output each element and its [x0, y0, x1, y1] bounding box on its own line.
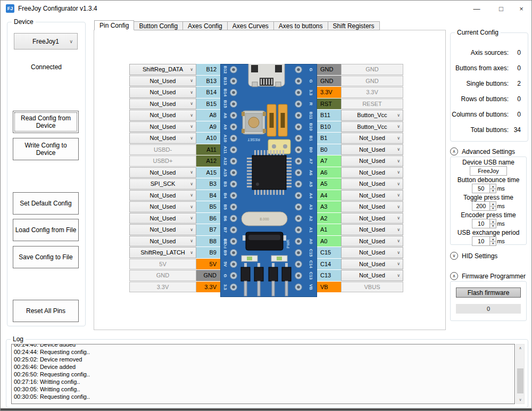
pin-function-select-A3[interactable]: Not_Used∨ [341, 201, 403, 212]
spin-up-icon[interactable]: ▲ [489, 201, 496, 207]
spin-down-icon[interactable]: ▼ [489, 207, 496, 211]
read-config-from-device-button[interactable]: Read Config from Device [13, 111, 79, 133]
pin-function-select-C14[interactable]: Not_Used∨ [341, 259, 403, 270]
pin-function-select-A10[interactable]: Not_Used∨ [129, 133, 196, 144]
tab-axes-to-buttons[interactable]: Axes to buttons [273, 21, 328, 30]
pin-function-select-B14[interactable]: Not_Used∨ [129, 87, 196, 98]
pin-row-B11: B11Button_Vcc∨ [317, 110, 403, 121]
pin-label-B1: B1 [317, 133, 341, 144]
spin-up-icon[interactable]: ▲ [489, 184, 496, 189]
maximize-button[interactable]: □ [492, 1, 510, 17]
spin-up-icon[interactable]: ▲ [489, 219, 496, 224]
minimize-button[interactable]: — [468, 1, 486, 17]
pin-row-B10: B10Button_Vcc∨ [317, 121, 403, 133]
config-value: 34 [513, 126, 521, 134]
tab-axes-config[interactable]: Axes Config [182, 21, 228, 30]
pin-function-select-A0[interactable]: Not_Used∨ [341, 236, 403, 247]
unit-label: ms [497, 220, 505, 227]
pin-function-select-B12[interactable]: ShiftReg_DATA∨ [129, 64, 196, 75]
pin-row-B12: ShiftReg_DATA∨B12 [129, 64, 220, 75]
pin-function-label: ShiftReg_LATCH [140, 249, 185, 256]
pin-function-select-A7[interactable]: Not_Used∨ [341, 155, 403, 167]
pin-function-select-B1[interactable]: Not_Used∨ [341, 133, 403, 144]
pin-function-select-B13[interactable]: Not_Used∨ [129, 76, 196, 87]
pin-row-B15: Not_Used∨B15 [129, 98, 220, 110]
log-list[interactable]: 00:24:40: Device added00:24:44: Requesti… [11, 344, 515, 404]
chevron-down-icon: ∨ [397, 147, 400, 152]
pin-function-select-B3[interactable]: SPI_SCK∨ [129, 178, 196, 190]
svg-text:C14: C14 [309, 260, 313, 268]
log-scrollbar[interactable]: ∧ ∨ [516, 344, 525, 404]
svg-text:B7: B7 [223, 227, 228, 233]
pin-function-select-B6[interactable]: Not_Used∨ [129, 213, 196, 224]
current-config-rows: Axis sources:0Buttons from axes:0Single … [451, 45, 528, 137]
spin-down-icon[interactable]: ▼ [489, 242, 496, 246]
pin-function-select-C13[interactable]: Not_Used∨ [341, 270, 403, 281]
button-debounce-time-input[interactable]: 50 [472, 184, 489, 193]
toggle-press-time-input[interactable]: 200 [472, 201, 489, 211]
spin-up-icon[interactable]: ▲ [489, 236, 496, 242]
device-select[interactable]: FreeJoy1 ∨ [14, 33, 78, 50]
pin-row-A12: USBD+A12 [129, 155, 220, 167]
chevron-down-icon: ∨ [190, 90, 193, 95]
log-panel: Log 00:24:40: Device added00:24:44: Requ… [6, 339, 528, 408]
encoder-press-time-input[interactable]: 10 [472, 219, 489, 228]
pin-function-select-A5[interactable]: Not_Used∨ [341, 178, 403, 190]
tab-button-config[interactable]: Button Config [134, 21, 183, 30]
pin-row-B8: Not_Used∨B8 [129, 236, 220, 247]
device-usb-name-input[interactable]: FreeJoy [470, 166, 507, 176]
pin-function-select-A8[interactable]: Not_Used∨ [129, 110, 196, 121]
pin-function-select-B0[interactable]: Not_Used∨ [341, 144, 403, 155]
pin-function-label: Not_Used [150, 215, 176, 221]
pin-function-select-A15[interactable]: Not_Used∨ [129, 167, 196, 178]
pin-function-select-VB: VBUS [341, 282, 403, 293]
scrollbar-thumb[interactable] [517, 368, 523, 393]
save-config-to-file-button[interactable]: Save Config to File [13, 246, 79, 268]
pin-label-A10: A10 [196, 133, 220, 144]
advanced-settings-expander[interactable]: ∧ Advanced Settings [450, 147, 515, 155]
pin-label-B0: B0 [317, 144, 341, 155]
pin-function-label: Not_Used [150, 89, 176, 95]
chevron-down-icon: ∨ [69, 39, 73, 44]
firmware-programmer-expander[interactable]: ∧ Firmware Programmer [450, 272, 526, 280]
svg-text:A15: A15 [223, 169, 228, 177]
tab-axes-curves[interactable]: Axes Curves [227, 21, 274, 30]
unit-label: ms [497, 238, 505, 244]
spinner-buttons: ▲▼ [489, 184, 496, 193]
firmware-programmer-panel: Flash firmware 0 [450, 281, 527, 321]
close-button[interactable]: × [512, 1, 530, 17]
pin-row-A0: A0Not_Used∨ [317, 236, 403, 247]
pin-function-select-B5[interactable]: Not_Used∨ [129, 201, 196, 212]
pin-label-GND: GND [317, 76, 341, 87]
log-entry: 00:24:40: Device added [14, 344, 514, 348]
spin-down-icon[interactable]: ▼ [489, 189, 496, 194]
pin-function-select-B11[interactable]: Button_Vcc∨ [341, 110, 403, 121]
pin-function-select-A1[interactable]: Not_Used∨ [341, 224, 403, 235]
tab-pin-config[interactable]: Pin Config [94, 20, 134, 30]
scroll-down-icon[interactable]: ∨ [517, 396, 524, 404]
pin-function-select-A9[interactable]: Not_Used∨ [129, 121, 196, 133]
hid-settings-expander[interactable]: ∨ HID Settings [450, 252, 497, 260]
flash-firmware-button[interactable]: Flash firmware [456, 287, 521, 298]
encoder-press-time-control: 10▲▼ms [451, 219, 526, 228]
scroll-up-icon[interactable]: ∧ [517, 344, 524, 352]
pin-function-select-B7[interactable]: Not_Used∨ [129, 224, 196, 235]
write-config-to-device-button[interactable]: Write Config to Device [13, 138, 79, 160]
pin-function-select-B9[interactable]: ShiftReg_LATCH∨ [129, 247, 196, 258]
pin-function-select-A2[interactable]: Not_Used∨ [341, 213, 403, 224]
load-config-from-file-button[interactable]: Load Config from File [13, 219, 79, 241]
set-default-config-button[interactable]: Set Default Config [13, 192, 79, 215]
spin-down-icon[interactable]: ▼ [489, 224, 496, 229]
usb-exchange-period-input[interactable]: 10 [472, 236, 489, 246]
pin-function-select-B15[interactable]: Not_Used∨ [129, 98, 196, 110]
pin-function-select-B10[interactable]: Button_Vcc∨ [341, 121, 403, 133]
reset-all-pins-button[interactable]: Reset All Pins [13, 300, 79, 322]
svg-text:B6: B6 [223, 216, 228, 221]
pin-function-select-A4[interactable]: Not_Used∨ [341, 190, 403, 201]
current-config-panel: Current Config Axis sources:0Buttons fro… [450, 32, 528, 142]
pin-function-select-B8[interactable]: Not_Used∨ [129, 236, 196, 247]
pin-function-select-A6[interactable]: Not_Used∨ [341, 167, 403, 178]
pin-function-select-B4[interactable]: Not_Used∨ [129, 190, 196, 201]
tab-shift-registers[interactable]: Shift Registers [328, 21, 380, 30]
pin-function-select-C15[interactable]: Not_Used∨ [341, 247, 403, 258]
